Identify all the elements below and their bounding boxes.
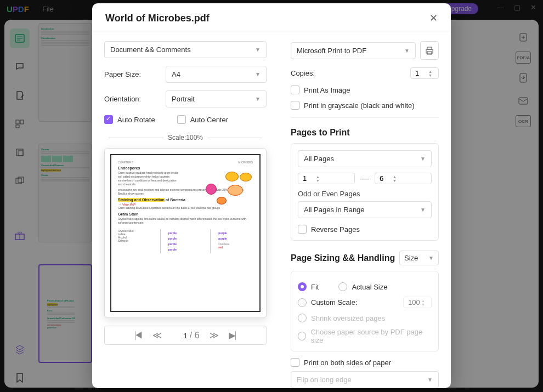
page-from-input[interactable]: ▲▼ [298, 173, 355, 184]
close-icon[interactable]: ✕ [429, 12, 438, 24]
sizing-section-title: Page Sizing && Handling [291, 253, 395, 263]
custom-scale-radio[interactable] [298, 298, 307, 307]
custom-scale-input[interactable]: ▲▼ [403, 297, 432, 308]
dialog-title: World of Microbes.pdf [105, 13, 210, 24]
fit-radio[interactable] [298, 282, 307, 291]
printer-select[interactable]: Microsoft Print to PDF▼ [291, 42, 416, 59]
oddeven-label: Odd or Even Pages [298, 190, 432, 198]
oddeven-select[interactable]: All Pages in Range▼ [298, 201, 432, 218]
page-preview: CHAPTER 8MICROBES Endospores Gram positi… [104, 148, 267, 318]
first-page-icon[interactable]: ⎹◀ [128, 331, 143, 340]
pager: ⎹◀ ≪ / 6 ≫ ▶⎸ [104, 326, 267, 345]
print-as-image-checkbox[interactable] [291, 86, 299, 94]
pages-select[interactable]: All Pages▼ [298, 150, 432, 167]
paper-size-label: Paper Size: [104, 70, 159, 78]
actual-size-radio[interactable] [338, 282, 347, 291]
printer-properties-icon[interactable] [420, 41, 439, 60]
grayscale-checkbox[interactable] [291, 101, 299, 110]
reverse-checkbox[interactable] [298, 225, 307, 234]
copies-label: Copies: [291, 69, 346, 77]
print-dialog: World of Microbes.pdf ✕ Document && Comm… [92, 3, 451, 388]
pages-section-title: Pages to Print [291, 128, 439, 138]
auto-rotate-checkbox[interactable] [104, 115, 113, 124]
choose-source-radio [298, 332, 306, 340]
paper-size-select[interactable]: A4▼ [166, 66, 267, 83]
orientation-label: Orientation: [104, 95, 159, 103]
next-page-icon[interactable]: ≫ [210, 330, 219, 340]
print-what-select[interactable]: Document && Comments▼ [104, 41, 267, 58]
copies-input[interactable]: ▲▼ [410, 67, 439, 79]
prev-page-icon[interactable]: ≪ [152, 330, 162, 340]
flip-select: Flip on long edge▼ [291, 371, 439, 388]
size-mode-select[interactable]: Size▼ [399, 251, 439, 265]
svg-rect-17 [427, 47, 432, 49]
page-to-input[interactable]: ▲▼ [375, 173, 432, 184]
shrink-radio [298, 314, 307, 322]
last-page-icon[interactable]: ▶⎸ [229, 330, 243, 340]
both-sides-checkbox[interactable] [291, 358, 299, 367]
scale-label: Scale:100% [104, 134, 267, 141]
auto-center-checkbox[interactable] [177, 115, 186, 124]
page-input[interactable] [172, 332, 187, 340]
orientation-select[interactable]: Portrait▼ [166, 90, 267, 107]
